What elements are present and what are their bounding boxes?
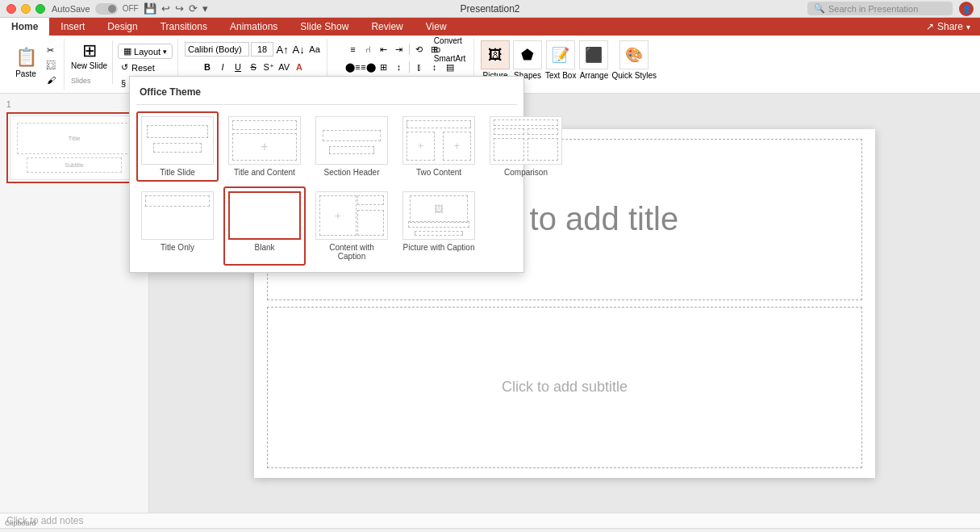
- italic-button[interactable]: I: [215, 60, 230, 74]
- shapes-button[interactable]: ⬟ Shapes: [513, 40, 542, 80]
- layout-thumb-picture-caption: 🖼: [402, 191, 475, 240]
- layout-thumb-comparison: [490, 116, 562, 165]
- undo-icon[interactable]: ↩: [161, 2, 170, 15]
- layout-label-title-slide: Title Slide: [160, 168, 195, 177]
- cut-button[interactable]: ✂: [44, 44, 59, 57]
- align-center-button[interactable]: ≡⬤: [361, 60, 376, 74]
- numbering-button[interactable]: ⑁: [361, 42, 376, 57]
- line-spacing-button[interactable]: ↕: [392, 60, 407, 74]
- notes-area[interactable]: Click to add notes: [0, 513, 980, 528]
- tab-animations[interactable]: Animations: [219, 18, 289, 36]
- tab-home[interactable]: Home: [0, 18, 49, 36]
- repeat-icon[interactable]: ⟳: [189, 2, 198, 15]
- reset-button[interactable]: ↺ Reset: [118, 61, 173, 74]
- font-name-input[interactable]: [185, 42, 249, 57]
- layout-label-comparison: Comparison: [504, 168, 548, 177]
- align-text-button[interactable]: ▤: [443, 60, 457, 74]
- increase-font-button[interactable]: A↑: [275, 42, 290, 57]
- autosave-state: OFF: [123, 4, 139, 13]
- clear-format-button[interactable]: Aa: [307, 42, 322, 57]
- autosave-label: AutoSave: [52, 4, 90, 14]
- layout-grid-icon: ▦: [123, 46, 131, 57]
- redo-icon[interactable]: ↪: [175, 2, 184, 15]
- charspacing-button[interactable]: AV: [277, 60, 291, 74]
- paste-icon: 📋: [15, 47, 37, 68]
- picture-button[interactable]: 🖼 Picture: [481, 40, 510, 80]
- copy-icon: ⿴: [47, 61, 56, 70]
- traffic-lights: [6, 4, 45, 14]
- ribbon-tabs: Home Insert Design Transitions Animation…: [0, 18, 980, 36]
- new-slide-button[interactable]: ⊞ New Slide: [71, 40, 107, 70]
- layout-label-section-header: Section Header: [324, 168, 380, 177]
- underline-button[interactable]: U: [231, 60, 245, 74]
- justify-button[interactable]: ⊞: [377, 60, 391, 74]
- slide-subtitle-area[interactable]: Click to add subtitle: [267, 307, 862, 468]
- textbox-icon: 📝: [546, 40, 575, 69]
- arrange-button[interactable]: ⬛ Arrange: [579, 40, 608, 80]
- layout-thumb-section-header: [315, 116, 388, 165]
- tab-view[interactable]: View: [415, 18, 458, 36]
- layout-title-slide[interactable]: Title Slide: [136, 111, 219, 182]
- smartart-button[interactable]: Convert to SmartArt: [443, 42, 457, 57]
- slide-number-label: 1: [6, 100, 142, 109]
- layout-label-title-only: Title Only: [161, 243, 194, 252]
- format-painter-button[interactable]: 🖌: [44, 73, 59, 86]
- layout-popup-title: Office Theme: [136, 83, 517, 105]
- strikethrough-button[interactable]: S: [246, 60, 261, 74]
- layout-title-content[interactable]: + Title and Content: [223, 111, 306, 182]
- layout-title-only[interactable]: Title Only: [136, 186, 219, 266]
- copy-button[interactable]: ⿴: [44, 59, 59, 72]
- cut-icon: ✂: [47, 45, 54, 56]
- text-direction2-button[interactable]: ↕: [427, 60, 442, 74]
- font-color-button[interactable]: A: [292, 60, 307, 74]
- textshadow-button[interactable]: S⁺: [261, 60, 276, 74]
- paste-button[interactable]: 📋 Paste: [8, 40, 44, 84]
- decrease-font-button[interactable]: A↓: [291, 42, 306, 57]
- tab-design[interactable]: Design: [96, 18, 148, 36]
- tab-review[interactable]: Review: [360, 18, 414, 36]
- col-button[interactable]: ⫿: [412, 60, 427, 74]
- title-bar-right: 🔍 Search in Presentation 👤: [807, 2, 974, 16]
- text-direction-button[interactable]: ⟲: [412, 42, 427, 57]
- slide-thumbnail[interactable]: Title Subtitle: [6, 112, 142, 183]
- tab-slideshow[interactable]: Slide Show: [289, 18, 360, 36]
- layout-section-header[interactable]: Section Header: [311, 111, 393, 182]
- bold-button[interactable]: B: [200, 60, 215, 74]
- bullets-button[interactable]: ≡: [346, 42, 361, 57]
- layout-label-blank: Blank: [254, 243, 274, 252]
- window-title: Presentation2: [460, 3, 519, 15]
- tab-insert[interactable]: Insert: [49, 18, 96, 36]
- save-icon[interactable]: 💾: [144, 2, 156, 15]
- layout-two-content[interactable]: + + Two Content: [398, 111, 480, 182]
- align-left-button[interactable]: ⬤≡: [346, 60, 361, 74]
- slide-thumb-inner: Title Subtitle: [10, 115, 139, 180]
- status-bar: Slide 1 of 1 English (United States) 📋 N…: [0, 528, 980, 532]
- textbox-button[interactable]: 📝 Text Box: [545, 40, 576, 80]
- autosave-toggle[interactable]: [95, 3, 118, 15]
- layout-blank[interactable]: Blank: [223, 186, 306, 266]
- format-painter-icon: 🖌: [47, 75, 56, 85]
- decrease-indent-button[interactable]: ⇤: [377, 42, 391, 57]
- layout-content-caption[interactable]: + Content with Caption: [311, 186, 393, 266]
- search-bar[interactable]: 🔍 Search in Presentation: [807, 2, 953, 15]
- maximize-button[interactable]: [35, 4, 45, 14]
- increase-indent-button[interactable]: ⇥: [392, 42, 407, 57]
- minimize-button[interactable]: [21, 4, 31, 14]
- layout-picture-caption[interactable]: 🖼 Picture with Caption: [398, 186, 480, 266]
- user-avatar[interactable]: 👤: [959, 2, 974, 16]
- tab-transitions[interactable]: Transitions: [149, 18, 219, 36]
- quickstyles-button[interactable]: 🎨 Quick Styles: [611, 40, 657, 80]
- layout-comparison[interactable]: Comparison: [485, 111, 567, 182]
- reset-icon: ↺: [121, 62, 128, 73]
- layout-label-title-content: Title and Content: [234, 168, 295, 177]
- layout-dropdown[interactable]: ▦ Layout ▾: [118, 44, 173, 59]
- arrange-icon: ⬛: [579, 40, 608, 69]
- layout-thumb-blank: [228, 191, 301, 240]
- shapes-icon: ⬟: [513, 40, 542, 69]
- font-size-input[interactable]: [251, 42, 273, 57]
- search-icon: 🔍: [814, 3, 825, 14]
- customize-icon[interactable]: ▾: [202, 2, 208, 15]
- layout-chevron-icon: ▾: [163, 48, 167, 56]
- close-button[interactable]: [6, 4, 16, 14]
- share-button[interactable]: ↗ Share ▾: [916, 18, 980, 36]
